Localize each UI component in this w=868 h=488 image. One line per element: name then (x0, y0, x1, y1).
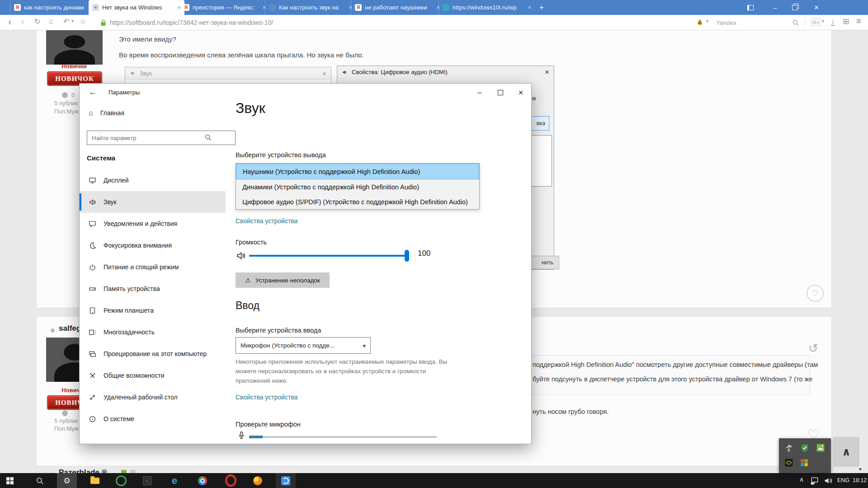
taskbar-file-explorer[interactable] (85, 473, 105, 488)
menu-icon[interactable]: ≡ (856, 16, 861, 26)
like-button[interactable]: ♡ (807, 285, 824, 302)
search-icon[interactable] (204, 134, 212, 141)
bookmark-star-icon[interactable]: ☆ (80, 17, 86, 26)
chat-icon (89, 220, 96, 228)
browser-tab-3[interactable]: Я преистория — Яндекс: × (179, 0, 269, 15)
browser-tab-5[interactable]: Я не работают наушники × (351, 0, 443, 15)
sidebar-item-multitasking[interactable]: Многозадачность (80, 321, 226, 343)
embedded-window-title: Звук (140, 70, 319, 77)
device-option-spdif[interactable]: Цифровое аудио (S/PDIF) (Устройство с по… (236, 194, 479, 209)
reply-icon[interactable]: ↺ (808, 342, 818, 356)
input-device-combobox[interactable]: Микрофон (Устройство с подде... ▾ (236, 337, 371, 354)
close-icon[interactable]: × (322, 70, 326, 77)
back-icon[interactable]: ← (89, 87, 97, 97)
browser-address-bar: ‹ › ↻ ⌂ ↶ ▾ ☆ https://softboard.ru/topic… (0, 15, 868, 30)
windows-colors-icon[interactable] (800, 458, 809, 467)
reload-icon[interactable]: ↻ (34, 17, 40, 26)
home-icon[interactable]: ⌂ (49, 17, 53, 25)
photo-app-icon[interactable] (816, 443, 825, 452)
username[interactable]: salfeg (59, 324, 81, 333)
maximize-button[interactable] (491, 84, 509, 102)
sidebar-item-focus[interactable]: Фокусировка внимания (80, 235, 226, 256)
collections-tiles-icon[interactable]: ⊞ (843, 17, 849, 26)
chevron-down-icon[interactable]: ▾ (859, 466, 862, 472)
chevron-down-icon[interactable]: ▾ (706, 19, 708, 23)
button-label: вка (537, 120, 545, 127)
network-icon[interactable] (810, 476, 819, 485)
taskbar-search-button[interactable] (30, 473, 50, 488)
sidebar-item-sound[interactable]: Звук (80, 191, 226, 213)
tray-show-hidden-button[interactable]: ∧ (833, 437, 859, 467)
browser-tab-2-active[interactable]: Нет звука на Windows × (89, 0, 184, 15)
search-input[interactable] (87, 131, 236, 145)
browser-tab-6[interactable]: https://windows10i.ru/wp × (439, 0, 535, 15)
taskbar-chrome[interactable] (193, 473, 212, 488)
extension-bee-icon[interactable] (696, 19, 703, 26)
settings-search-box[interactable] (87, 131, 217, 144)
sidebar-item-label: О системе (104, 415, 134, 422)
defender-shield-icon[interactable] (800, 443, 809, 453)
close-button[interactable]: × (512, 84, 530, 102)
tab-close-icon[interactable]: × (528, 4, 531, 11)
taskbar-yandex-browser-active[interactable] (276, 473, 296, 488)
window-minimize-button[interactable]: – (766, 0, 784, 15)
taskbar-edge[interactable]: e (165, 473, 184, 488)
user-gender: Пол:Муж (54, 108, 79, 115)
window-title: Параметры (108, 89, 140, 96)
browser-tab-1[interactable]: Я как настроить динами × (10, 0, 95, 15)
close-icon[interactable]: × (545, 68, 549, 77)
sidebar-item-shared-experiences[interactable]: Общие возможности (80, 365, 226, 386)
usb-icon[interactable] (784, 443, 793, 453)
window-restore-button[interactable] (786, 0, 804, 15)
device-option-speakers[interactable]: Динамики (Устройство с поддержкой High D… (236, 179, 479, 194)
language-indicator[interactable]: ENG (837, 477, 849, 483)
output-device-list: Наушники (Устройство с поддержкой High D… (236, 163, 480, 210)
volume-label: Громкость (236, 239, 267, 246)
back-nav-icon[interactable]: ‹ (8, 16, 11, 28)
troubleshoot-button[interactable]: ⚠ Устранение неполадок (236, 272, 330, 288)
taskbar-settings-app[interactable]: ⚙ (57, 473, 77, 488)
sidebar-item-display[interactable]: Дисплей (80, 169, 226, 191)
download-icon[interactable]: ↓ (831, 17, 835, 26)
sidebar-item-storage[interactable]: Память устройства (80, 278, 226, 300)
taskbar-app-console[interactable]: ›_ (137, 473, 157, 488)
font-size-icon[interactable]: A+ (811, 19, 821, 26)
undo-icon[interactable]: ↶ (63, 17, 69, 26)
sidebar-item-label: Питание и спящий режим (104, 263, 179, 271)
minimize-button[interactable]: – (471, 84, 489, 102)
volume-slider-track[interactable] (249, 255, 408, 257)
speaker-icon (89, 198, 96, 206)
forward-nav-icon[interactable]: › (21, 16, 24, 28)
window-close-button[interactable]: × (807, 0, 826, 15)
url-text[interactable]: https://softboard.ru/topic/73842-нет-зву… (110, 19, 273, 26)
sidebar-item-power[interactable]: Питание и спящий режим (80, 256, 226, 278)
new-tab-button[interactable]: + (533, 0, 550, 15)
nvidia-icon[interactable] (784, 458, 793, 467)
taskbar-firefox[interactable] (248, 473, 268, 488)
device-properties-link[interactable]: Свойства устройства (236, 394, 298, 401)
clock[interactable]: 18:12 (853, 477, 867, 483)
sidebar-item-remote-desktop[interactable]: Удаленный рабочий стол (80, 386, 226, 408)
sidebar-item-projecting[interactable]: Проецирование на этот компьютер (80, 343, 226, 365)
device-option-headphones[interactable]: Наушники (Устройство с поддержкой High D… (236, 164, 479, 179)
panel-toggle-icon[interactable] (741, 0, 760, 15)
speaker-icon[interactable] (824, 476, 833, 485)
secure-lock-icon[interactable] (100, 19, 106, 26)
start-button[interactable] (0, 473, 20, 488)
volume-slider-thumb[interactable] (405, 250, 409, 262)
avatar[interactable] (46, 30, 103, 65)
device-properties-link[interactable]: Свойства устройства (236, 217, 298, 225)
power-icon (89, 263, 96, 271)
chevron-down-icon[interactable]: ▾ (71, 19, 74, 23)
sidebar-item-home[interactable]: ⌂ Главная (80, 105, 226, 121)
taskbar-app-green[interactable] (111, 473, 131, 488)
chevron-down-icon[interactable]: ▾ (822, 19, 824, 23)
sidebar-item-about[interactable]: О системе (80, 408, 226, 430)
sidebar-item-notifications[interactable]: Уведомления и действия (80, 213, 226, 235)
taskbar-opera[interactable] (221, 473, 241, 488)
search-icon[interactable] (792, 19, 799, 26)
browser-tab-4[interactable]: Как настроить звук на × (265, 0, 356, 15)
sidebar-item-tablet-mode[interactable]: Режим планшета (80, 300, 226, 321)
speaker-icon[interactable] (236, 251, 246, 261)
tray-chevron-up-icon[interactable]: ∧ (799, 476, 804, 483)
